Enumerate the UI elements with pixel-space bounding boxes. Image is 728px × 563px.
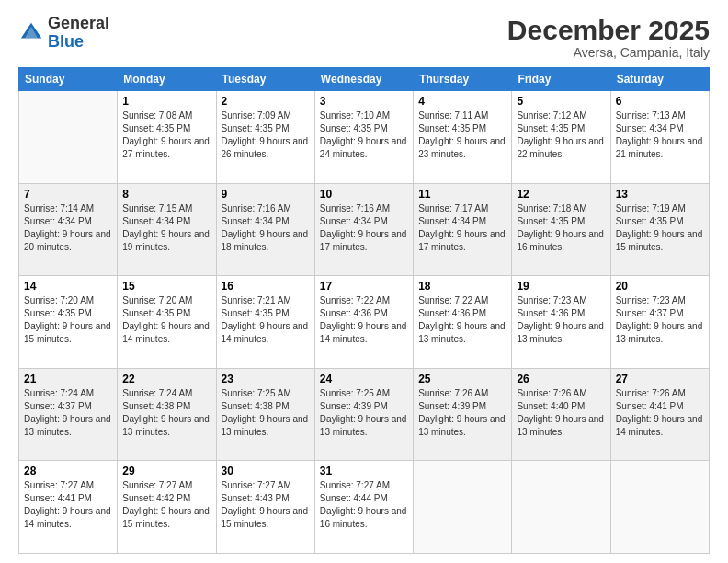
day-info: Sunrise: 7:26 AMSunset: 4:40 PMDaylight:…: [517, 387, 605, 439]
day-info: Sunrise: 7:20 AMSunset: 4:35 PMDaylight:…: [122, 294, 210, 346]
day-info: Sunrise: 7:25 AMSunset: 4:38 PMDaylight:…: [222, 387, 310, 439]
day-info: Sunrise: 7:13 AMSunset: 4:34 PMDaylight:…: [616, 109, 704, 161]
weekday-header-sunday: Sunday: [19, 68, 118, 91]
day-info: Sunrise: 7:24 AMSunset: 4:37 PMDaylight:…: [24, 387, 112, 439]
day-number: 26: [517, 373, 605, 385]
day-number: 14: [24, 280, 112, 293]
calendar-cell: 7Sunrise: 7:14 AMSunset: 4:34 PMDaylight…: [19, 183, 118, 276]
calendar-cell: 8Sunrise: 7:15 AMSunset: 4:34 PMDaylight…: [118, 183, 216, 276]
calendar-cell: 25Sunrise: 7:26 AMSunset: 4:39 PMDayligh…: [414, 368, 512, 461]
day-info: Sunrise: 7:22 AMSunset: 4:36 PMDaylight:…: [418, 294, 506, 346]
day-number: 22: [122, 373, 210, 385]
calendar-cell: 14Sunrise: 7:20 AMSunset: 4:35 PMDayligh…: [19, 276, 118, 369]
day-number: 15: [122, 280, 210, 293]
calendar-cell: 3Sunrise: 7:10 AMSunset: 4:35 PMDaylight…: [314, 91, 413, 184]
calendar-cell: 11Sunrise: 7:17 AMSunset: 4:34 PMDayligh…: [414, 183, 512, 276]
day-info: Sunrise: 7:27 AMSunset: 4:43 PMDaylight:…: [222, 479, 310, 531]
calendar-table: SundayMondayTuesdayWednesdayThursdayFrid…: [18, 67, 710, 554]
calendar-cell: 10Sunrise: 7:16 AMSunset: 4:34 PMDayligh…: [314, 183, 413, 276]
calendar-week-row: 28Sunrise: 7:27 AMSunset: 4:41 PMDayligh…: [19, 461, 710, 554]
calendar-week-row: 7Sunrise: 7:14 AMSunset: 4:34 PMDaylight…: [19, 183, 710, 276]
day-number: 4: [418, 95, 506, 108]
calendar-cell: 5Sunrise: 7:12 AMSunset: 4:35 PMDaylight…: [512, 91, 610, 184]
logo-icon: [18, 20, 44, 46]
day-info: Sunrise: 7:17 AMSunset: 4:34 PMDaylight:…: [418, 202, 506, 254]
day-info: Sunrise: 7:24 AMSunset: 4:38 PMDaylight:…: [122, 387, 210, 439]
location: Aversa, Campania, Italy: [507, 45, 710, 60]
calendar-cell: 16Sunrise: 7:21 AMSunset: 4:35 PMDayligh…: [216, 276, 314, 369]
day-number: 23: [222, 373, 310, 385]
day-info: Sunrise: 7:27 AMSunset: 4:41 PMDaylight:…: [24, 479, 112, 531]
calendar-cell: 26Sunrise: 7:26 AMSunset: 4:40 PMDayligh…: [512, 368, 610, 461]
day-info: Sunrise: 7:27 AMSunset: 4:42 PMDaylight:…: [122, 479, 210, 531]
calendar-cell: 15Sunrise: 7:20 AMSunset: 4:35 PMDayligh…: [118, 276, 216, 369]
page: General Blue December 2025 Aversa, Campa…: [0, 0, 728, 563]
day-info: Sunrise: 7:26 AMSunset: 4:39 PMDaylight:…: [418, 387, 506, 439]
day-number: 5: [517, 95, 605, 108]
calendar-cell: 23Sunrise: 7:25 AMSunset: 4:38 PMDayligh…: [216, 368, 314, 461]
day-number: 12: [517, 188, 605, 201]
day-number: 17: [320, 280, 408, 293]
day-number: 9: [222, 188, 310, 201]
weekday-header-wednesday: Wednesday: [314, 68, 413, 91]
day-info: Sunrise: 7:08 AMSunset: 4:35 PMDaylight:…: [122, 109, 210, 161]
calendar-cell: [19, 91, 118, 184]
day-number: 11: [418, 188, 506, 201]
day-number: 16: [222, 280, 310, 293]
day-number: 10: [320, 188, 408, 201]
calendar-cell: 31Sunrise: 7:27 AMSunset: 4:44 PMDayligh…: [314, 461, 413, 554]
month-title: December 2025: [507, 15, 710, 45]
weekday-header-tuesday: Tuesday: [216, 68, 314, 91]
day-number: 19: [517, 280, 605, 293]
calendar-cell: 21Sunrise: 7:24 AMSunset: 4:37 PMDayligh…: [19, 368, 118, 461]
calendar-cell: 18Sunrise: 7:22 AMSunset: 4:36 PMDayligh…: [414, 276, 512, 369]
calendar-cell: 19Sunrise: 7:23 AMSunset: 4:36 PMDayligh…: [512, 276, 610, 369]
calendar-cell: 29Sunrise: 7:27 AMSunset: 4:42 PMDayligh…: [118, 461, 216, 554]
calendar-cell: [512, 461, 610, 554]
calendar-cell: 6Sunrise: 7:13 AMSunset: 4:34 PMDaylight…: [610, 91, 709, 184]
weekday-header-saturday: Saturday: [610, 68, 709, 91]
day-info: Sunrise: 7:09 AMSunset: 4:35 PMDaylight:…: [222, 109, 310, 161]
calendar-cell: 22Sunrise: 7:24 AMSunset: 4:38 PMDayligh…: [118, 368, 216, 461]
day-info: Sunrise: 7:27 AMSunset: 4:44 PMDaylight:…: [320, 479, 408, 531]
weekday-header-row: SundayMondayTuesdayWednesdayThursdayFrid…: [19, 68, 710, 91]
day-number: 21: [24, 373, 112, 385]
day-info: Sunrise: 7:18 AMSunset: 4:35 PMDaylight:…: [517, 202, 605, 254]
weekday-header-thursday: Thursday: [414, 68, 512, 91]
day-info: Sunrise: 7:25 AMSunset: 4:39 PMDaylight:…: [320, 387, 408, 439]
weekday-header-friday: Friday: [512, 68, 610, 91]
calendar-cell: 2Sunrise: 7:09 AMSunset: 4:35 PMDaylight…: [216, 91, 314, 184]
day-number: 13: [616, 188, 704, 201]
calendar-cell: 13Sunrise: 7:19 AMSunset: 4:35 PMDayligh…: [610, 183, 709, 276]
day-info: Sunrise: 7:19 AMSunset: 4:35 PMDaylight:…: [616, 202, 704, 254]
calendar-cell: 1Sunrise: 7:08 AMSunset: 4:35 PMDaylight…: [118, 91, 216, 184]
day-number: 29: [122, 465, 210, 477]
day-number: 27: [616, 373, 704, 385]
day-number: 20: [616, 280, 704, 293]
logo-general: General: [48, 14, 109, 32]
calendar-cell: [610, 461, 709, 554]
calendar-cell: 27Sunrise: 7:26 AMSunset: 4:41 PMDayligh…: [610, 368, 709, 461]
weekday-header-monday: Monday: [118, 68, 216, 91]
day-number: 8: [122, 188, 210, 201]
day-number: 1: [122, 95, 210, 108]
day-info: Sunrise: 7:22 AMSunset: 4:36 PMDaylight:…: [320, 294, 408, 346]
calendar-cell: 20Sunrise: 7:23 AMSunset: 4:37 PMDayligh…: [610, 276, 709, 369]
day-number: 6: [616, 95, 704, 108]
day-number: 31: [320, 465, 408, 477]
calendar-cell: 17Sunrise: 7:22 AMSunset: 4:36 PMDayligh…: [314, 276, 413, 369]
logo-text: General Blue: [48, 15, 109, 52]
calendar-week-row: 14Sunrise: 7:20 AMSunset: 4:35 PMDayligh…: [19, 276, 710, 369]
day-number: 3: [320, 95, 408, 108]
day-number: 25: [418, 373, 506, 385]
day-info: Sunrise: 7:23 AMSunset: 4:37 PMDaylight:…: [616, 294, 704, 346]
day-number: 30: [222, 465, 310, 477]
calendar-cell: 30Sunrise: 7:27 AMSunset: 4:43 PMDayligh…: [216, 461, 314, 554]
logo-blue: Blue: [48, 32, 84, 51]
title-block: December 2025 Aversa, Campania, Italy: [507, 15, 710, 60]
day-info: Sunrise: 7:26 AMSunset: 4:41 PMDaylight:…: [616, 387, 704, 439]
day-number: 24: [320, 373, 408, 385]
header: General Blue December 2025 Aversa, Campa…: [18, 15, 710, 60]
day-info: Sunrise: 7:23 AMSunset: 4:36 PMDaylight:…: [517, 294, 605, 346]
day-info: Sunrise: 7:20 AMSunset: 4:35 PMDaylight:…: [24, 294, 112, 346]
